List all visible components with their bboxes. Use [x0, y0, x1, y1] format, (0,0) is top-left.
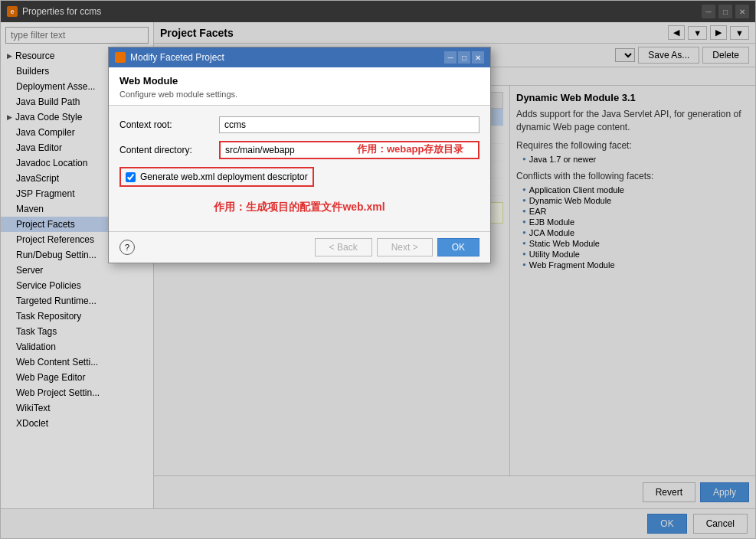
content-dir-label: Content directory:: [119, 145, 219, 155]
back-button[interactable]: < Back: [315, 238, 372, 256]
dialog-close-button[interactable]: ✕: [472, 51, 484, 64]
dialog-titlebar: Modify Faceted Project ─ □ ✕: [109, 47, 490, 67]
checkbox-wrapper: Generate web.xml deployment descriptor: [119, 167, 479, 194]
generate-xml-label: Generate web.xml deployment descriptor: [140, 172, 308, 182]
dialog-footer: ? < Back Next > OK: [109, 231, 490, 263]
dialog-title: Modify Faceted Project: [130, 52, 224, 63]
dialog-minimize-button[interactable]: ─: [444, 51, 457, 64]
context-root-label: Context root:: [119, 119, 219, 130]
dialog-titlebar-left: Modify Faceted Project: [115, 52, 224, 63]
help-button[interactable]: ?: [119, 240, 135, 255]
next-button[interactable]: Next >: [377, 238, 433, 256]
generate-xml-checkbox[interactable]: [126, 172, 136, 182]
main-window: e Properties for ccms ─ □ ✕ ▶ Resource B…: [0, 0, 756, 539]
content-dir-row: Content directory: 作用：webapp存放目录: [119, 141, 479, 159]
dialog-overlay: Modify Faceted Project ─ □ ✕ Web Module …: [1, 1, 755, 538]
dialog-header-desc: Configure web module settings.: [119, 90, 479, 99]
dialog-header-title: Web Module: [119, 75, 479, 87]
dialog-header: Web Module Configure web module settings…: [109, 67, 490, 106]
dialog-controls: ─ □ ✕: [444, 51, 484, 64]
content-dir-annotation: 作用：webapp存放目录: [357, 142, 487, 156]
dialog-eclipse-icon: [115, 52, 126, 63]
modify-faceted-project-dialog: Modify Faceted Project ─ □ ✕ Web Module …: [108, 47, 491, 263]
dialog-body: Context root: Content directory: 作用：weba…: [109, 106, 490, 231]
generate-xml-row: Generate web.xml deployment descriptor: [119, 167, 314, 187]
context-root-row: Context root:: [119, 116, 479, 133]
dialog-footer-right: < Back Next > OK: [315, 238, 479, 256]
checkbox-annotation: 作用：生成项目的配置文件web.xml: [119, 201, 479, 214]
context-root-input[interactable]: [219, 116, 479, 133]
dialog-maximize-button[interactable]: □: [458, 51, 470, 64]
ok-button[interactable]: OK: [437, 238, 479, 256]
